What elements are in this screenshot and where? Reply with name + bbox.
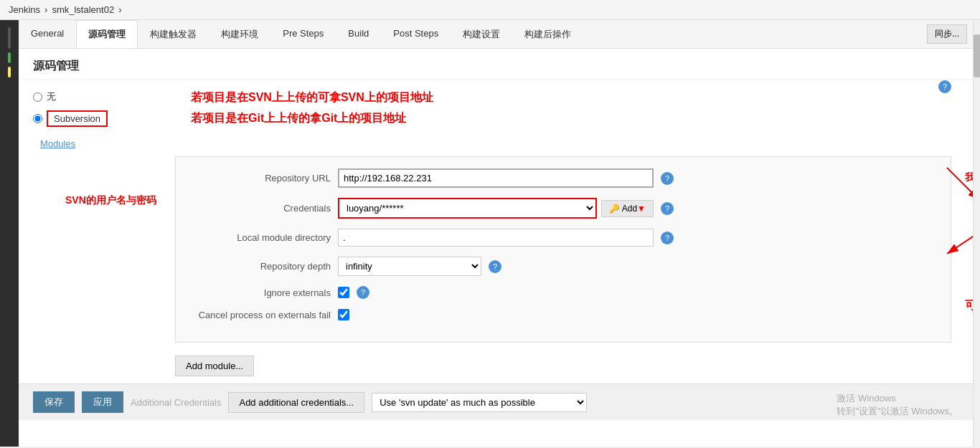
cancel-process-checkbox[interactable] [338,309,349,320]
help-icon-local-dir[interactable]: ? [661,232,674,244]
apply-button[interactable]: 应用 [82,391,123,413]
radio-none[interactable]: 无 [33,90,176,103]
breadcrumb-sep2: › [118,4,121,15]
sidebar-bar-1 [8,27,11,49]
tab-build[interactable]: Build [336,20,381,48]
arrow-credentials [943,229,973,257]
credentials-label: Credentials [187,203,331,214]
sidebar-bar-yellow [8,67,11,77]
breadcrumb-sep1: › [44,4,47,15]
repo-depth-row: Repository depth infinity immediates fil… [187,257,939,276]
tab-post-build[interactable]: 构建后操作 [512,20,583,48]
radio-subversion-input[interactable] [33,114,42,123]
right-scrollbar[interactable] [973,20,980,447]
annotation-svn-address: 我这里拿的SVN上的项目地址 [965,171,973,184]
help-icon-ignore-externals[interactable]: ? [357,286,369,299]
sync-button[interactable]: 同步... [927,24,967,44]
section-title: 源码管理 [33,59,79,74]
save-button[interactable]: 保存 [33,391,75,413]
help-icon-repo-url[interactable]: ? [661,172,674,185]
add-credentials-button[interactable]: 🔑 Add▼ [601,200,654,217]
help-icon-top[interactable]: ? [938,80,951,93]
cancel-process-row: Cancel process on externals fail [187,309,939,320]
local-dir-row: Local module directory ? [187,229,939,247]
repo-depth-select[interactable]: infinity immediates files empty [338,257,481,276]
radio-none-label: 无 [47,90,56,103]
tab-post-steps[interactable]: Post Steps [381,20,451,48]
local-dir-label: Local module directory [187,232,331,243]
repo-url-input[interactable] [338,168,654,188]
additional-credentials-label: Additional Credentials [131,397,221,408]
cancel-process-label: Cancel process on externals fail [187,310,331,320]
annotation-svn-add: 可新增SVN用户名与密码 [965,298,973,313]
annotation-svn-note1: 若项目是在SVN上上传的可拿SVN上的项目地址 [191,90,973,105]
add-additional-credentials-button[interactable]: Add additional credentials... [228,392,364,413]
help-icon-credentials[interactable]: ? [661,202,674,215]
radio-subversion[interactable]: Subversion [33,110,176,127]
ignore-externals-row: Ignore externals ? [187,286,939,299]
local-dir-input[interactable] [338,229,654,247]
repo-url-row: Repository URL ? [187,168,939,188]
tab-source-management[interactable]: 源码管理 [76,20,138,48]
credentials-row: Credentials luoyang/****** 🔑 Add▼ ? SVN的… [187,198,939,219]
repo-depth-label: Repository depth [187,261,331,272]
modules-link[interactable]: Modules [40,138,75,149]
left-sidebar [0,20,19,447]
tab-build-env[interactable]: 构建环境 [209,20,270,48]
arrow-repo-url [943,164,973,207]
sidebar-bar-green [8,52,11,63]
tab-bar: General 源码管理 构建触发器 构建环境 Pre Steps Build … [19,20,973,49]
key-icon: 🔑 [609,204,620,214]
radio-subversion-label: Subversion [47,110,108,127]
ignore-externals-label: Ignore externals [187,287,331,298]
tab-build-settings[interactable]: 构建设置 [451,20,512,48]
scrollbar-thumb[interactable] [974,34,980,77]
svn-update-select[interactable]: Use 'svn update' as much as possible [372,393,587,412]
ignore-externals-checkbox[interactable] [338,287,349,298]
radio-none-input[interactable] [33,92,42,102]
tab-build-triggers[interactable]: 构建触发器 [138,20,209,48]
tab-general[interactable]: General [19,20,76,48]
help-icon-repo-depth[interactable]: ? [489,260,501,273]
repo-url-label: Repository URL [187,173,331,184]
breadcrumb-project[interactable]: smk_lstalent02 [52,4,114,15]
annotation-svn-credentials: SVN的用户名与密码 [65,194,156,207]
credentials-select[interactable]: luoyang/****** [338,198,597,219]
tab-pre-steps[interactable]: Pre Steps [270,20,336,48]
breadcrumb-jenkins[interactable]: Jenkins [9,4,40,15]
breadcrumb: Jenkins › smk_lstalent02 › [0,0,980,20]
annotation-svn-note2: 若项目是在Git上上传的拿Git上的项目地址 [191,111,973,126]
add-module-button[interactable]: Add module... [175,356,254,376]
